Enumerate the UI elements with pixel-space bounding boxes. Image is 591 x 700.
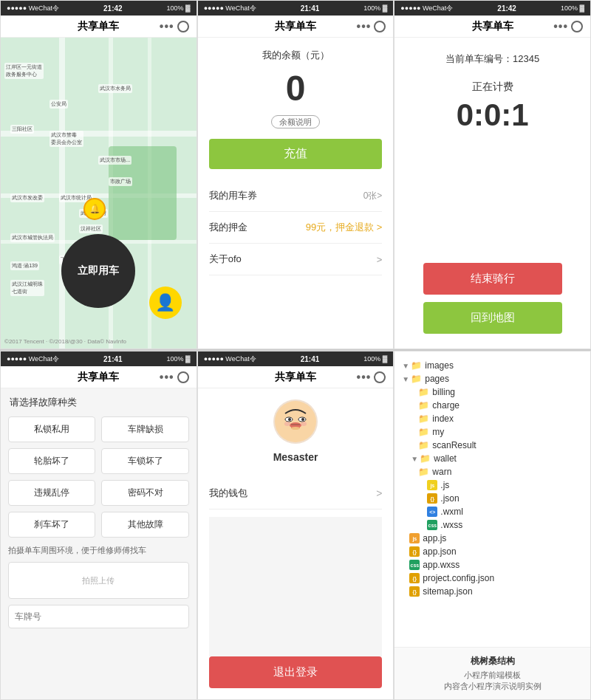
svg-point-10 — [291, 427, 300, 430]
tree-item[interactable]: {}.json — [402, 492, 583, 505]
back-map-button[interactable]: 回到地图 — [423, 302, 562, 334]
camera-icon-3[interactable] — [571, 21, 583, 32]
fault-item-3[interactable]: 车锁坏了 — [101, 448, 188, 474]
wallet-item-deposit-value: 99元，押金退款 > — [306, 221, 383, 234]
signal-1: ●●●●● WeChat令 — [7, 4, 59, 13]
tree-item[interactable]: {}sitemap.json — [402, 585, 583, 598]
wallet-panel: ●●●●● WeChat令 21:41 100% ▓ 共享单车 ••• 我的余额… — [197, 0, 394, 349]
balance-explain-btn[interactable]: 余额说明 — [271, 115, 320, 128]
title-bar-5: 共享单车 ••• — [198, 366, 394, 388]
wallet-label: 我的钱包 — [209, 487, 247, 500]
camera-icon-2[interactable] — [374, 21, 386, 32]
tree-item[interactable]: 📁billing — [402, 385, 583, 399]
use-bike-button[interactable]: 立即用车 — [61, 234, 135, 308]
wallet-item-deposit-label: 我的押金 — [209, 221, 247, 234]
tree-item[interactable]: 📁my — [402, 425, 583, 439]
fault-item-4[interactable]: 违规乱停 — [8, 480, 95, 506]
time-4: 21:41 — [103, 355, 123, 363]
camera-icon-4[interactable] — [177, 371, 189, 383]
wallet-item-deposit[interactable]: 我的押金 99元，押金退款 > — [209, 212, 383, 244]
map-label-15: 武汉江城明珠七道街 — [10, 280, 44, 296]
tree-item[interactable]: 📁charge — [402, 399, 583, 412]
tree-item[interactable]: 📁scanResult — [402, 439, 583, 452]
more-dots-1[interactable]: ••• — [160, 20, 174, 33]
camera-icon-1[interactable] — [177, 21, 189, 32]
tree-item[interactable]: {}project.config.json — [402, 572, 583, 585]
map-label-11: 武汉市城管执法局 — [10, 233, 55, 242]
map-logo: ©2017 Tencent · ©/2018/@30 · Data© NavIn… — [4, 338, 126, 345]
fault-item-2[interactable]: 轮胎坏了 — [8, 448, 95, 474]
profile-panel: ●●●●● WeChat令 21:41 100% ▓ 共享单车 ••• — [197, 351, 394, 700]
fault-item-1[interactable]: 车牌缺损 — [101, 416, 188, 442]
time-2: 21:41 — [301, 4, 320, 13]
fault-upload-placeholder: 拍照上传 — [82, 575, 115, 586]
status-bar-1: ●●●●● WeChat令 21:42 100% ▓ — [1, 1, 197, 16]
filetree-footer: 桃树桑结构 小程序前端模板 内容含小程序演示说明实例 — [394, 647, 590, 699]
wallet-content: 我的余额（元） 0 余额说明 充值 我的用车券 0张> 我的押金 99元，押金退… — [198, 38, 394, 349]
camera-icon-5[interactable] — [374, 371, 386, 383]
fault-item-7[interactable]: 其他故障 — [101, 512, 188, 538]
tree-item[interactable]: js.js — [402, 478, 583, 492]
logout-button[interactable]: 退出登录 — [209, 656, 383, 688]
title-text-3: 共享单车 — [472, 20, 513, 33]
more-dots-3[interactable]: ••• — [553, 20, 568, 33]
battery-3: 100% ▓ — [561, 4, 584, 12]
profile-avatar — [273, 399, 318, 444]
fault-plate-input[interactable] — [8, 605, 189, 628]
map-panel: ●●●●● WeChat令 21:42 100% ▓ 共享单车 ••• 江岸区一… — [0, 0, 197, 349]
profile-content: Mesaster 我的钱包 > 退出登录 — [198, 388, 394, 699]
riding-panel: ●●●●● WeChat令 21:42 100% ▓ 共享单车 ••• 当前单车… — [394, 0, 591, 349]
wallet-item-about[interactable]: 关于ofo > — [209, 244, 383, 275]
tree-item[interactable]: {}app.json — [402, 545, 583, 558]
svg-point-0 — [275, 401, 316, 442]
signal-5: ●●●●● WeChat令 — [204, 354, 256, 364]
riding-timer: 0:0:1 — [406, 97, 579, 133]
more-dots-2[interactable]: ••• — [357, 20, 372, 33]
map-label-9: 市政广场 — [109, 177, 132, 186]
fault-item-0[interactable]: 私锁私用 — [8, 416, 95, 442]
avatar-svg — [274, 400, 317, 443]
tree-item[interactable]: ▼📁images — [402, 359, 583, 372]
fault-item-6[interactable]: 刹车坏了 — [8, 512, 95, 538]
time-5: 21:41 — [301, 355, 320, 363]
tree-item[interactable]: cssapp.wxss — [402, 558, 583, 572]
recharge-button[interactable]: 充值 — [209, 139, 383, 169]
map-label-4: 武汉市水务局 — [98, 84, 132, 93]
status-bar-3: ●●●●● WeChat令 21:42 100% ▓ — [394, 1, 590, 16]
tree-item[interactable]: 📁index — [402, 412, 583, 425]
balance-title: 我的余额（元） — [209, 49, 383, 62]
more-dots-4[interactable]: ••• — [160, 371, 174, 384]
user-avatar: 👤 — [149, 286, 182, 319]
battery-1: 100% ▓ — [167, 4, 191, 12]
wallet-item-coupons-label: 我的用车券 — [209, 189, 257, 202]
riding-label: 正在计费 — [406, 80, 579, 94]
time-3: 21:42 — [497, 4, 516, 13]
map-label-3: 三阳社区 — [10, 125, 34, 134]
wallet-item-about-label: 关于ofo — [209, 253, 242, 266]
battery-2: 100% ▓ — [363, 4, 387, 12]
tree-item[interactable]: ▼📁pages — [402, 372, 583, 385]
end-ride-button[interactable]: 结束骑行 — [423, 263, 562, 295]
filetree-panel: ▼📁images▼📁pages📁billing📁charge📁index📁my📁… — [394, 351, 591, 700]
status-bar-5: ●●●●● WeChat令 21:41 100% ▓ — [198, 351, 394, 366]
user-icon: 👤 — [149, 286, 182, 319]
riding-content: 当前单车编号：12345 正在计费 0:0:1 结束骑行 回到地图 — [394, 38, 590, 349]
fault-item-5[interactable]: 密码不对 — [101, 480, 188, 506]
signal-2: ●●●●● WeChat令 — [204, 4, 256, 13]
more-dots-5[interactable]: ••• — [357, 371, 372, 384]
svg-point-3 — [288, 418, 291, 421]
tree-item[interactable]: 📁warn — [402, 465, 583, 478]
balance-explain: 余额说明 — [209, 114, 383, 128]
tree-item[interactable]: jsapp.js — [402, 532, 583, 545]
profile-wallet-row[interactable]: 我的钱包 > — [209, 478, 383, 509]
wallet-item-coupons[interactable]: 我的用车券 0张> — [209, 180, 383, 212]
map-label-7: 武汉市发改委 — [10, 193, 44, 202]
svg-point-4 — [301, 418, 304, 421]
tree-item[interactable]: ▼📁wallet — [402, 452, 583, 465]
profile-name: Mesaster — [273, 451, 318, 463]
map-label-2: 公安局 — [49, 100, 68, 109]
tree-item[interactable]: css.wxss — [402, 518, 583, 532]
fault-upload-area[interactable]: 拍照上传 — [8, 562, 189, 599]
tree-item[interactable]: <>.wxml — [402, 505, 583, 518]
svg-point-9 — [301, 422, 307, 426]
